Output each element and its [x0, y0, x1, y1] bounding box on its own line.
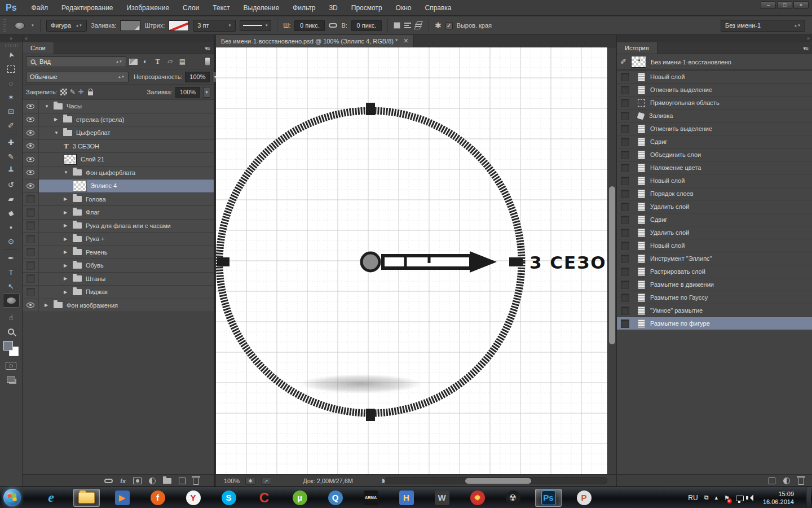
volume-icon[interactable]	[750, 494, 753, 501]
restore-button[interactable]: □	[777, 1, 792, 9]
windows-explorer-taskbar-button[interactable]	[73, 489, 100, 507]
current-tool-icon[interactable]	[12, 20, 27, 31]
visibility-cell[interactable]	[23, 140, 39, 153]
internet-explorer-taskbar-button[interactable]: e	[38, 489, 64, 507]
history-state-row[interactable]: Сдвиг	[617, 213, 812, 226]
spot-healing-tool[interactable]: ✚	[3, 135, 20, 150]
eye-icon[interactable]	[27, 183, 34, 189]
firefox-taskbar-button[interactable]: f	[144, 489, 171, 507]
tool-preset-arrow-icon[interactable]: ▼	[31, 24, 34, 27]
visibility-cell[interactable]	[23, 259, 39, 272]
history-state-row[interactable]: Инструмент "Эллипс"	[617, 252, 812, 265]
show-desktop-button[interactable]	[806, 487, 811, 508]
visibility-cell[interactable]	[23, 100, 39, 113]
history-source-checkbox[interactable]	[621, 229, 629, 237]
toolbar-collapse-strip[interactable]: »	[0, 35, 22, 42]
menu-3d[interactable]: 3D	[322, 0, 344, 15]
layer-row-body[interactable]: Слой 21	[39, 153, 214, 166]
rectangular-marquee-tool[interactable]	[3, 62, 20, 76]
horizontal-scrollbar[interactable]	[385, 477, 607, 484]
layer-row[interactable]: ▶стрелка (стрела)	[23, 113, 214, 127]
layer-row[interactable]: ▶Голова	[23, 193, 214, 207]
document-tab[interactable]: Без имени-1-восстановлено.psd @ 100% (Эл…	[216, 35, 414, 47]
history-source-checkbox[interactable]	[621, 216, 629, 224]
history-state-row[interactable]: Удалить слой	[617, 226, 812, 239]
layer-row-body[interactable]: ▼Цыферблат	[39, 126, 214, 139]
history-state-row[interactable]: Растрировать слой	[617, 265, 812, 278]
layer-row[interactable]: Эллипс 4	[23, 179, 214, 193]
blend-mode-select[interactable]: Обычные▲▼	[26, 72, 129, 82]
media-player-taskbar-button[interactable]: ▶	[109, 489, 135, 507]
history-state-row[interactable]: Наложение цвета	[617, 161, 812, 174]
expand-triangle-icon[interactable]: ▼	[64, 170, 69, 175]
history-source-checkbox[interactable]	[621, 203, 629, 211]
expand-triangle-icon[interactable]: ▶	[64, 290, 69, 295]
vertical-scrollbar-thumb[interactable]	[609, 186, 615, 344]
history-brush-tool[interactable]: ↺	[3, 178, 20, 192]
fill-dropdown-icon[interactable]: ▼	[203, 87, 210, 98]
eraser-tool[interactable]: ▰	[3, 192, 20, 206]
history-source-checkbox[interactable]	[621, 268, 629, 276]
layer-row[interactable]: ▶Флаг	[23, 206, 214, 220]
history-source-checkbox[interactable]	[621, 151, 629, 159]
delete-state-icon[interactable]	[798, 476, 804, 485]
layer-row[interactable]: ▶Рука для флага или с часами	[23, 220, 214, 233]
shape-width-input[interactable]: 0 пикс.	[294, 20, 325, 31]
layer-row[interactable]: T3 СЕЗОН	[23, 140, 214, 154]
blur-tool[interactable]: ●	[3, 220, 20, 234]
quick-mask-button[interactable]	[6, 362, 16, 370]
visibility-cell[interactable]	[23, 299, 39, 312]
history-collapse-strip[interactable]: »	[617, 35, 812, 42]
canvas[interactable]: 3 СЕЗОН	[216, 47, 607, 474]
layer-row-body[interactable]: ▶Ремень	[39, 246, 214, 259]
action-center-flag-icon[interactable]: ⚑✕	[724, 494, 730, 502]
shape-height-input[interactable]: 0 пикс.	[351, 20, 382, 31]
paint-bucket-tool[interactable]: ◆	[3, 206, 20, 220]
close-button[interactable]: ×	[793, 1, 809, 9]
history-brush-icon[interactable]: ✐	[620, 58, 626, 66]
menu-layers[interactable]: Слои	[176, 0, 206, 15]
layer-row[interactable]: Слой 21	[23, 153, 214, 167]
path-arrangement-button[interactable]	[415, 21, 423, 29]
type-tool[interactable]: T	[3, 265, 20, 279]
status-export-icon[interactable]: ↗	[261, 477, 271, 485]
history-source-checkbox[interactable]	[621, 306, 629, 315]
stroke-width-select[interactable]: 3 пт▼	[193, 20, 236, 32]
menu-file[interactable]: Файл	[25, 0, 55, 15]
history-state-row[interactable]: Новый слой	[617, 239, 812, 252]
history-source-checkbox[interactable]	[621, 319, 629, 328]
expand-triangle-icon[interactable]: ▶	[64, 249, 69, 255]
visibility-cell[interactable]	[23, 193, 39, 206]
layer-row-body[interactable]: ▶стрелка (стрела)	[39, 113, 214, 126]
minimize-button[interactable]: –	[761, 1, 776, 9]
lock-all-icon[interactable]	[88, 91, 93, 95]
eye-icon[interactable]	[27, 157, 34, 162]
align-edges-checkbox[interactable]: ✓	[445, 22, 453, 29]
expand-triangle-icon[interactable]: ▶	[45, 303, 50, 308]
history-state-row[interactable]: Размытие по Гауссу	[617, 291, 812, 304]
vertical-scrollbar[interactable]	[607, 47, 616, 474]
eye-icon[interactable]	[27, 303, 34, 308]
layer-row-body[interactable]: T3 СЕЗОН	[39, 140, 214, 153]
gear-icon[interactable]: ✱	[435, 21, 442, 30]
visibility-cell[interactable]	[23, 126, 39, 139]
layer-row[interactable]: ▼Цыферблат	[23, 126, 214, 140]
panel-menu-icon[interactable]: ▾≡	[205, 45, 210, 51]
paint-taskbar-button[interactable]: P	[571, 489, 597, 507]
crop-tool[interactable]: ⊡	[3, 104, 20, 119]
network-icon[interactable]	[736, 496, 744, 501]
stroke-style-select[interactable]: ▼	[240, 20, 271, 31]
history-source-checkbox[interactable]	[621, 112, 629, 120]
foreground-color-swatch[interactable]	[3, 341, 13, 351]
filter-smart-objects-icon[interactable]: ▤	[178, 58, 187, 65]
history-source-checkbox[interactable]	[621, 242, 629, 250]
link-dimensions-icon[interactable]	[329, 23, 337, 28]
history-state-row[interactable]: Прямоугольная область	[617, 97, 812, 110]
history-source-checkbox[interactable]	[621, 255, 629, 263]
path-operations-button[interactable]	[394, 22, 400, 29]
history-source-checkbox[interactable]	[621, 294, 629, 302]
history-source-checkbox[interactable]	[621, 99, 629, 107]
history-state-row[interactable]: Сдвиг	[617, 135, 812, 148]
zoom-tool[interactable]	[3, 325, 20, 339]
path-alignment-button[interactable]	[404, 23, 411, 28]
